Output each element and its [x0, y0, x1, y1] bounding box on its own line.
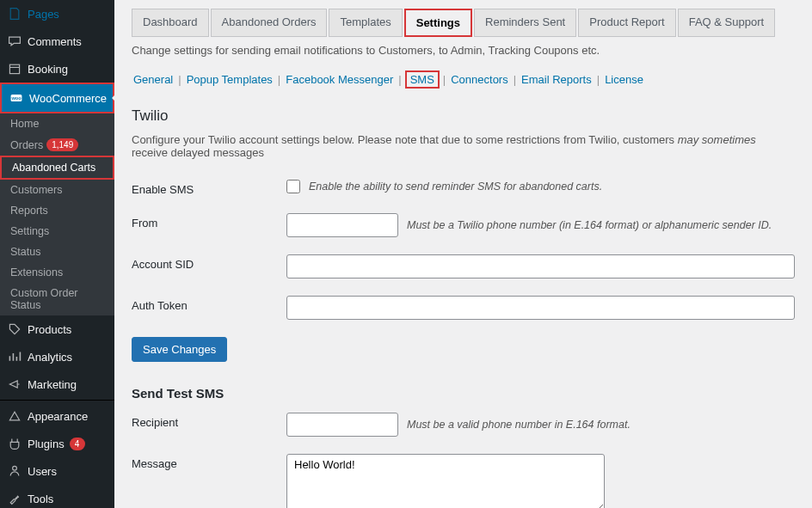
analytics-icon [7, 349, 22, 364]
label: Appearance [28, 410, 88, 423]
sub-item-abandoned-carts[interactable]: Abandoned Carts [0, 156, 114, 180]
label: Comments [28, 35, 82, 48]
sub-item-home[interactable]: Home [0, 113, 114, 134]
sidebar-item-marketing[interactable]: Marketing [0, 370, 114, 398]
sub-item-customers[interactable]: Customers [0, 180, 114, 200]
main-content: Dashboard Abandoned Orders Templates Set… [114, 0, 812, 508]
sidebar-item-plugins[interactable]: Plugins 4 [0, 430, 114, 457]
sidebar-item-users[interactable]: Users [0, 457, 114, 485]
products-icon [7, 321, 22, 337]
sublink-facebook-messenger[interactable]: Facebook Messenger [284, 72, 395, 87]
sub-item-status[interactable]: Status [0, 242, 114, 262]
sidebar-item-appearance[interactable]: Appearance [0, 402, 114, 430]
tab-reminders-sent[interactable]: Reminders Sent [474, 9, 576, 37]
section-title: Twilio [132, 107, 795, 125]
appearance-icon [7, 408, 22, 424]
svg-text:woo: woo [10, 95, 22, 101]
svg-point-3 [13, 466, 17, 470]
calendar-icon [7, 61, 22, 77]
label-recipient: Recipient [132, 413, 286, 429]
sub-item-orders[interactable]: Orders 1,149 [0, 134, 114, 156]
row-account-sid: Account SID [132, 254, 795, 278]
tab-abandoned-orders[interactable]: Abandoned Orders [211, 9, 328, 37]
sidebar-item-comments[interactable]: Comments [0, 28, 114, 55]
label-from: From [132, 213, 286, 230]
from-hint: Must be a Twilio phone number (in E.164 … [407, 219, 772, 231]
label: WooCommerce [29, 92, 107, 105]
row-message: Message [132, 454, 795, 508]
label-auth-token: Auth Token [132, 296, 286, 312]
woo-icon: woo [9, 90, 24, 106]
page-icon [7, 6, 22, 21]
row-enable-sms: Enable SMS Enable the ability to send re… [132, 180, 795, 196]
sidebar-item-pages[interactable]: Pages [0, 0, 114, 28]
sub-item-custom-order-status[interactable]: Custom Order Status [0, 283, 114, 315]
sidebar-item-tools[interactable]: Tools [0, 485, 114, 508]
sub-item-reports[interactable]: Reports [0, 200, 114, 221]
label: Products [28, 323, 71, 336]
tab-templates[interactable]: Templates [329, 9, 402, 37]
label: Booking [28, 63, 68, 76]
sublink-sms[interactable]: SMS [405, 70, 440, 89]
sub-item-extensions[interactable]: Extensions [0, 262, 114, 283]
label-message: Message [132, 454, 286, 470]
sub-item-settings[interactable]: Settings [0, 221, 114, 242]
send-test-title: Send Test SMS [132, 386, 795, 401]
svg-rect-0 [9, 64, 19, 73]
sidebar-item-booking[interactable]: Booking [0, 55, 114, 83]
label: Tools [28, 493, 53, 505]
from-input[interactable] [286, 213, 398, 237]
auth-token-input[interactable] [286, 296, 795, 320]
sidebar-item-analytics[interactable]: Analytics [0, 343, 114, 370]
label: Pages [28, 8, 59, 21]
recipient-input[interactable] [286, 413, 398, 437]
account-sid-input[interactable] [286, 254, 795, 278]
row-auth-token: Auth Token [132, 296, 795, 320]
enable-sms-checkbox[interactable] [286, 180, 300, 193]
sublink-connectors[interactable]: Connectors [449, 72, 509, 87]
sidebar-item-products[interactable]: Products [0, 315, 114, 343]
divider [0, 400, 114, 401]
label: Users [28, 465, 57, 478]
message-textarea[interactable] [286, 454, 605, 508]
tools-icon [7, 491, 22, 506]
save-changes-button[interactable]: Save Changes [132, 337, 227, 362]
label: Plugins [28, 438, 65, 450]
marketing-icon [7, 376, 22, 392]
sublink-popup-templates[interactable]: Popup Templates [185, 72, 274, 87]
orders-badge: 1,149 [46, 138, 78, 151]
tab-product-report[interactable]: Product Report [578, 9, 675, 37]
comments-icon [7, 34, 22, 49]
tab-faq-support[interactable]: FAQ & Support [678, 9, 775, 37]
sublink-general[interactable]: General [132, 72, 175, 87]
sidebar-item-woocommerce[interactable]: wooWooCommerce [0, 83, 114, 113]
enable-sms-hint: Enable the ability to send reminder SMS … [309, 181, 602, 193]
row-from: From Must be a Twilio phone number (in E… [132, 213, 795, 237]
sidebar-submenu: Home Orders 1,149 Abandoned Carts Custom… [0, 113, 114, 315]
label: Analytics [28, 351, 72, 364]
plugins-icon [7, 436, 22, 451]
row-recipient: Recipient Must be a valid phone number i… [132, 413, 795, 437]
tab-settings[interactable]: Settings [404, 9, 472, 37]
recipient-hint: Must be a valid phone number in E.164 fo… [407, 419, 631, 431]
sublink-license[interactable]: License [603, 72, 645, 87]
tab-description: Change settings for sending email notifi… [132, 44, 795, 57]
plugins-badge: 4 [70, 438, 85, 450]
label-enable-sms: Enable SMS [132, 180, 286, 196]
sublink-email-reports[interactable]: Email Reports [520, 72, 594, 87]
section-description: Configure your Twilio account settings b… [132, 133, 795, 159]
tab-nav: Dashboard Abandoned Orders Templates Set… [132, 9, 795, 37]
users-icon [7, 463, 22, 479]
label-account-sid: Account SID [132, 254, 286, 271]
settings-sublinks: General| Popup Templates| Facebook Messe… [132, 70, 795, 89]
tab-dashboard[interactable]: Dashboard [132, 9, 209, 37]
admin-sidebar: Pages Comments Booking wooWooCommerce Ho… [0, 0, 114, 508]
label: Marketing [28, 378, 77, 391]
